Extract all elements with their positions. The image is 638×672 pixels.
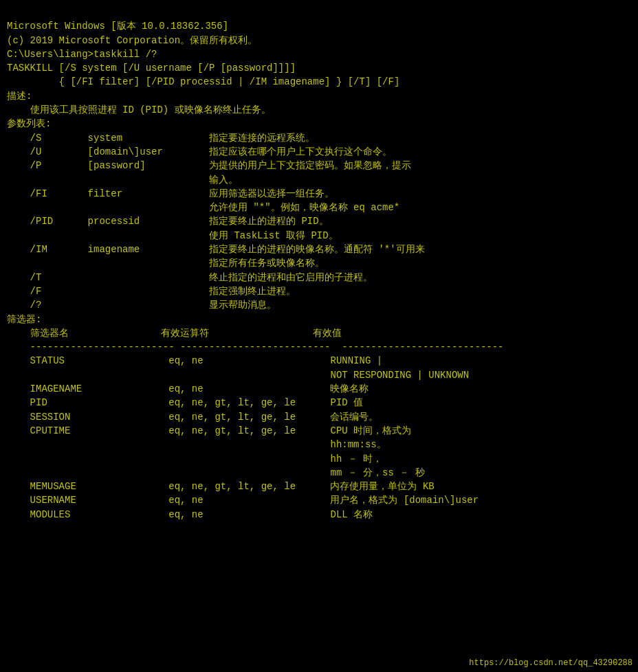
terminal-line: /P [password] 为提供的用户上下文指定密码。如果忽略，提示 — [7, 159, 631, 172]
watermark-link: https://blog.csdn.net/qq_43290288 — [469, 658, 632, 668]
terminal-line: /IM imagename 指定要终止的进程的映像名称。通配符 '*'可用来 — [7, 243, 631, 256]
terminal-line: 使用该工具按照进程 ID (PID) 或映像名称终止任务。 — [7, 103, 631, 117]
terminal-line: PID eq, ne, gt, lt, ge, le PID 值 — [7, 396, 631, 410]
terminal-line: /S system 指定要连接的远程系统。 — [7, 131, 631, 145]
terminal-line: USERNAME eq, ne 用户名，格式为 [domain\]user — [7, 493, 631, 507]
terminal-line: /U [domain\]user 指定应该在哪个用户上下文执行这个命令。 — [7, 145, 631, 159]
terminal-line: 指定所有任务或映像名称。 — [7, 256, 631, 270]
terminal-line: 使用 TaskList 取得 PID。 — [7, 229, 631, 243]
terminal-line: TASKKILL [/S system [/U username [/P [pa… — [7, 61, 631, 75]
terminal-line: SESSION eq, ne, gt, lt, ge, le 会话编号。 — [7, 410, 631, 424]
terminal-line: hh － 时， — [7, 452, 631, 466]
terminal-line: /PID processid 指定要终止的进程的 PID。 — [7, 214, 631, 228]
terminal-line: 允许使用 "*"。例如，映像名称 eq acme* — [7, 201, 631, 214]
terminal-line: /FI filter 应用筛选器以选择一组任务。 — [7, 187, 631, 201]
terminal-line: 参数列表: — [7, 117, 631, 131]
terminal-line: mm － 分，ss － 秒 — [7, 466, 631, 480]
terminal-line: /? 显示帮助消息。 — [7, 298, 631, 312]
terminal-line: NOT RESPONDING | UNKNOWN — [7, 368, 631, 382]
terminal-line: MODULES eq, ne DLL 名称 — [7, 508, 631, 522]
terminal-line: MEMUSAGE eq, ne, gt, lt, ge, le 内存使用量，单位… — [7, 480, 631, 493]
terminal-line: { [/FI filter] [/PID processid | /IM ima… — [7, 75, 631, 89]
terminal-output: Microsoft Windows [版本 10.0.18362.356](c)… — [7, 5, 631, 522]
terminal-line: 输入。 — [7, 173, 631, 187]
terminal-line: 筛选器名 有效运算符 有效值 — [7, 326, 631, 340]
terminal-line: (c) 2019 Microsoft Corporation。保留所有权利。 — [7, 34, 631, 47]
terminal-line: 描述: — [7, 89, 631, 103]
terminal-line: hh:mm:ss。 — [7, 438, 631, 451]
terminal-line: /F 指定强制终止进程。 — [7, 284, 631, 298]
terminal-line: C:\Users\liang>taskkill /? — [7, 47, 631, 61]
terminal-line: Microsoft Windows [版本 10.0.18362.356] — [7, 19, 631, 33]
terminal-line: IMAGENAME eq, ne 映像名称 — [7, 382, 631, 396]
terminal-line: CPUTIME eq, ne, gt, lt, ge, le CPU 时间，格式… — [7, 424, 631, 438]
terminal-line: STATUS eq, ne RUNNING | — [7, 354, 631, 368]
terminal-line: 筛选器: — [7, 313, 631, 326]
terminal-line: /T 终止指定的进程和由它启用的子进程。 — [7, 271, 631, 284]
terminal-line: ------------------------- --------------… — [7, 340, 631, 354]
